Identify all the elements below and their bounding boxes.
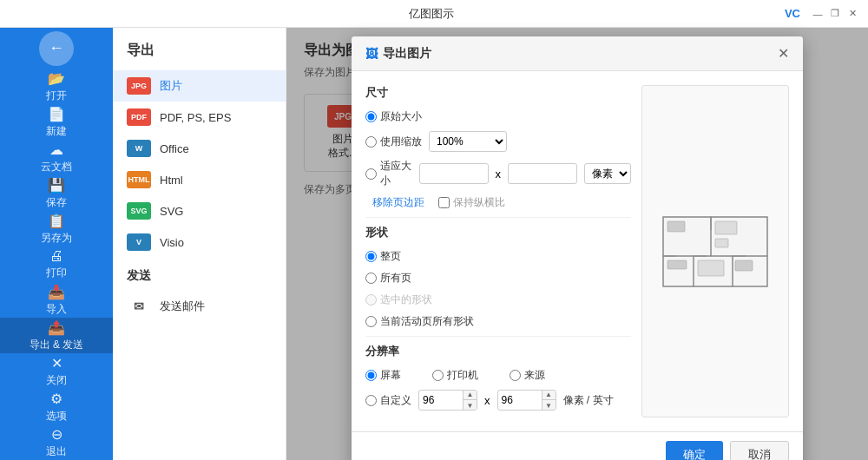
sidebar-item-saveas[interactable]: 📋 另存为 — [0, 212, 113, 247]
res-screen-text: 屏幕 — [380, 368, 401, 383]
send-section-title: 发送 — [113, 258, 286, 291]
shape-current-radio[interactable] — [365, 316, 377, 327]
fit-separator: x — [496, 168, 502, 181]
sidebar-item-import[interactable]: 📥 导入 — [0, 282, 113, 318]
shape-full-radio[interactable] — [365, 251, 377, 262]
confirm-button[interactable]: 确定 — [666, 441, 723, 460]
res-custom-radio[interactable] — [365, 395, 377, 406]
titlebar: 亿图图示 VC — ❐ ✕ — [0, 0, 868, 28]
res-screen-radio[interactable] — [365, 370, 377, 381]
sidebar-label-options: 选项 — [46, 409, 67, 424]
menu-item-html[interactable]: HTML Html — [113, 164, 286, 195]
res-source-label[interactable]: 来源 — [510, 368, 545, 383]
res-custom-label[interactable]: 自定义 — [365, 393, 411, 408]
keep-ratio-label[interactable]: 保持纵横比 — [438, 195, 505, 210]
jpg-icon: JPG — [127, 77, 151, 95]
sidebar-label-close: 关闭 — [46, 373, 67, 388]
shape-current-text: 当前活动页所有形状 — [380, 314, 474, 329]
pdf-icon: PDF — [127, 108, 151, 126]
fit-height-input[interactable]: 793.701 — [508, 163, 577, 184]
res-height-down-button[interactable]: ▼ — [542, 400, 556, 411]
menu-item-email[interactable]: ✉ 发送邮件 — [113, 291, 286, 322]
fit-size-radio[interactable] — [365, 168, 377, 180]
keep-ratio-checkbox[interactable] — [438, 197, 450, 208]
sidebar-label-saveas: 另存为 — [41, 231, 72, 246]
back-button[interactable]: ← — [39, 31, 74, 66]
fit-unit-select[interactable]: 像素 英寸 — [584, 163, 631, 184]
zoom-size-label[interactable]: 使用缩放 — [365, 135, 422, 149]
cancel-button[interactable]: 取消 — [730, 441, 789, 460]
vc-button[interactable]: VC — [785, 7, 800, 20]
res-custom-text: 自定义 — [380, 393, 411, 408]
zoom-size-radio[interactable] — [365, 136, 377, 148]
saveas-icon: 📋 — [48, 213, 65, 229]
zoom-select[interactable]: 100% 50% 200% — [429, 131, 507, 152]
res-width-spinner[interactable]: ▲ ▼ — [418, 390, 477, 411]
dialog-close-button[interactable]: ✕ — [778, 45, 789, 62]
window-controls: — ❐ ✕ — [811, 7, 859, 21]
shape-all-text: 所有页 — [380, 271, 411, 286]
shape-selected-row: 选中的形状 — [365, 292, 631, 307]
menu-label-pdf: PDF, PS, EPS — [160, 111, 231, 124]
close-doc-icon: ✕ — [51, 355, 62, 371]
shape-full-label[interactable]: 整页 — [365, 249, 401, 264]
res-print-radio[interactable] — [432, 370, 444, 381]
sidebar-item-options[interactable]: ⚙ 选项 — [0, 389, 113, 424]
res-width-up-button[interactable]: ▲ — [463, 390, 477, 400]
res-source-radio[interactable] — [510, 370, 521, 381]
shape-full-text: 整页 — [380, 249, 401, 264]
menu-label-visio: Visio — [160, 236, 184, 249]
resolution-custom-row: 自定义 ▲ ▼ x — [365, 390, 631, 411]
menu-item-pdf[interactable]: PDF PDF, PS, EPS — [113, 102, 286, 133]
sidebar: ← 📂 打开 📄 新建 ☁ 云文档 💾 保存 📋 另存为 🖨 打印 📥 导入 — [0, 28, 113, 460]
sidebar-item-new[interactable]: 📄 新建 — [0, 105, 113, 141]
res-height-input[interactable] — [498, 392, 542, 408]
app-title: 亿图图示 — [78, 6, 785, 22]
restore-button[interactable]: ❐ — [828, 7, 842, 21]
fit-width-input[interactable]: 1122.52 — [419, 163, 489, 184]
shape-all-radio[interactable] — [365, 273, 377, 284]
remove-margin-link[interactable]: 移除页边距 — [372, 195, 424, 210]
original-size-radio[interactable] — [365, 111, 377, 122]
sidebar-item-exit[interactable]: ⊖ 退出 — [0, 424, 113, 460]
res-print-label[interactable]: 打印机 — [432, 368, 478, 383]
fit-size-row: 适应大小 1122.52 x 793.701 像素 英寸 — [365, 159, 631, 188]
main-layout: ← 📂 打开 📄 新建 ☁ 云文档 💾 保存 📋 另存为 🖨 打印 📥 导入 — [0, 28, 868, 460]
sidebar-item-print[interactable]: 🖨 打印 — [0, 246, 113, 282]
shape-all-label[interactable]: 所有页 — [365, 271, 411, 286]
res-height-up-button[interactable]: ▲ — [542, 390, 556, 400]
shape-section-title: 形状 — [365, 225, 631, 240]
exit-icon: ⊖ — [51, 426, 62, 443]
res-screen-label[interactable]: 屏幕 — [365, 368, 401, 383]
minimize-button[interactable]: — — [811, 7, 825, 21]
original-size-label[interactable]: 原始大小 — [365, 109, 422, 124]
menu-label-office: Office — [160, 142, 189, 155]
res-height-spinner[interactable]: ▲ ▼ — [497, 390, 556, 411]
original-size-row: 原始大小 — [365, 109, 631, 124]
res-width-down-button[interactable]: ▼ — [463, 400, 477, 411]
res-print-text: 打印机 — [447, 368, 478, 383]
menu-item-svg[interactable]: SVG SVG — [113, 195, 286, 227]
shape-current-label[interactable]: 当前活动页所有形状 — [365, 314, 474, 329]
sidebar-item-close[interactable]: ✕ 关闭 — [0, 353, 113, 389]
dialog-title-icon: 🖼 — [365, 47, 378, 61]
res-width-input[interactable] — [419, 392, 463, 408]
content-area: 导出 JPG 图片 PDF PDF, PS, EPS W Office HTML… — [113, 28, 868, 460]
sidebar-item-save[interactable]: 💾 保存 — [0, 176, 113, 212]
options-icon: ⚙ — [50, 391, 62, 407]
fit-size-text: 适应大小 — [380, 159, 412, 188]
sidebar-item-export[interactable]: 📤 导出 & 发送 — [0, 318, 113, 353]
close-window-button[interactable]: ✕ — [845, 7, 859, 21]
sidebar-logo-area: ← — [0, 28, 113, 69]
fit-size-label[interactable]: 适应大小 — [365, 159, 412, 188]
print-icon: 🖨 — [49, 248, 63, 264]
svg-rect-10 — [735, 260, 753, 271]
shape-selected-label: 选中的形状 — [365, 292, 432, 307]
menu-item-office[interactable]: W Office — [113, 133, 286, 164]
new-icon: 📄 — [48, 106, 65, 122]
sidebar-label-save: 保存 — [46, 195, 67, 210]
sidebar-item-cloud[interactable]: ☁ 云文档 — [0, 141, 113, 176]
sidebar-item-open[interactable]: 📂 打开 — [0, 69, 113, 105]
menu-item-jpg[interactable]: JPG 图片 — [113, 70, 286, 102]
menu-item-visio[interactable]: V Visio — [113, 227, 286, 258]
